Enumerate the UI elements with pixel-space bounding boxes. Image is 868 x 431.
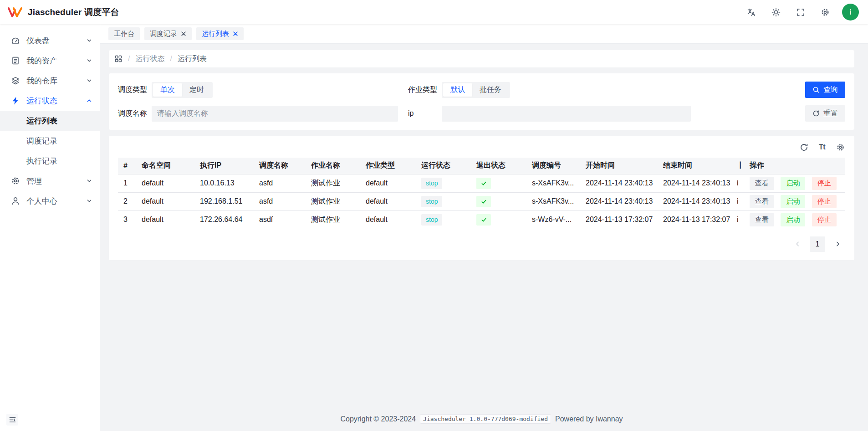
cell-clipped: i [736, 192, 744, 210]
cell-clipped: i [736, 210, 744, 229]
breadcrumb-item-run-status[interactable]: 运行状态 [135, 54, 164, 64]
run-list-table-panel: Tt [109, 136, 854, 260]
cell-actions: 查看 启动 停止 [744, 192, 845, 210]
collapse-sidebar-icon[interactable] [6, 414, 18, 426]
font-size-icon[interactable]: Tt [817, 142, 827, 152]
tab-schedule-records[interactable]: 调度记录 [144, 27, 192, 40]
theme-sun-icon[interactable] [768, 5, 784, 20]
sidebar-item-run-status[interactable]: 运行状态 [0, 91, 100, 111]
close-icon[interactable] [233, 31, 238, 36]
stop-button[interactable]: 停止 [812, 213, 837, 226]
sidebar-item-label: 我的仓库 [26, 76, 57, 86]
col-job-type: 作业类型 [360, 158, 416, 174]
table-row: 2 default 192.168.1.51 asfd 测试作业 default… [118, 192, 845, 210]
radio-option-timed[interactable]: 定时 [182, 83, 211, 97]
page-footer: Copyright © 2023-2024 Jiascheduler 1.0.0… [109, 406, 854, 431]
schedule-type-radio-group: 单次 定时 [152, 82, 213, 98]
table-row: 1 default 10.0.16.13 asfd 测试作业 default s… [118, 174, 845, 192]
cell-exit-status [471, 174, 526, 192]
tab-label: 工作台 [114, 30, 134, 38]
tab-strip: 工作台 调度记录 运行列表 [100, 24, 868, 43]
schedule-type-field: 调度类型 单次 定时 [118, 82, 408, 98]
view-button[interactable]: 查看 [750, 213, 774, 226]
cell-start-time: 2024-11-14 23:40:13 [580, 174, 658, 192]
sidebar-subitem-exec-records[interactable]: 执行记录 [0, 151, 100, 171]
sidebar-item-dashboard[interactable]: 仪表盘 [0, 31, 100, 51]
translate-icon[interactable] [744, 5, 759, 20]
success-check-icon [476, 178, 491, 189]
stop-button[interactable]: 停止 [812, 177, 837, 190]
sidebar-item-label: 个人中心 [26, 196, 57, 206]
sidebar-item-label: 运行状态 [26, 96, 57, 106]
column-settings-gear-icon[interactable] [835, 142, 845, 152]
sidebar-item-label: 仪表盘 [26, 36, 50, 46]
view-button[interactable]: 查看 [750, 195, 774, 208]
table-toolbar: Tt [118, 142, 845, 152]
close-icon[interactable] [181, 31, 186, 36]
cell-start-time: 2024-11-14 23:40:13 [580, 192, 658, 210]
col-actions: 操作 [744, 158, 845, 174]
stop-button[interactable]: 停止 [812, 195, 837, 208]
cell-schedule-name: asdf [254, 210, 306, 229]
schedule-name-label: 调度名称 [118, 109, 152, 118]
run-status-tag: stop [421, 214, 442, 226]
start-button[interactable]: 启动 [781, 195, 805, 208]
col-end-time: 结束时间 [658, 158, 736, 174]
cell-namespace: default [136, 192, 194, 210]
cell-run-status: stop [416, 174, 471, 192]
footer-powered-by: Powered by Iwannay [555, 415, 623, 423]
sidebar-item-my-warehouse[interactable]: 我的仓库 [0, 71, 100, 91]
cell-schedule-id: s-Wz6-vV-... [526, 210, 580, 229]
run-status-tag: stop [421, 178, 442, 189]
refresh-icon[interactable] [799, 142, 809, 152]
radio-option-default[interactable]: 默认 [443, 83, 472, 97]
tab-workbench[interactable]: 工作台 [108, 27, 140, 40]
chevron-down-icon [86, 178, 92, 184]
start-button[interactable]: 启动 [781, 177, 805, 190]
cell-job-name: 测试作业 [306, 174, 360, 192]
table-row: 3 default 172.26.64.64 asdf 测试作业 default… [118, 210, 845, 229]
sidebar-subitem-schedule-records[interactable]: 调度记录 [0, 131, 100, 151]
apps-grid-icon[interactable] [114, 55, 123, 63]
user-avatar[interactable]: i [842, 4, 859, 21]
search-button[interactable]: 查询 [805, 82, 845, 98]
ip-field: ip [408, 106, 795, 122]
chevron-down-icon [86, 198, 92, 204]
tab-run-list[interactable]: 运行列表 [196, 27, 244, 40]
sidebar-item-my-assets[interactable]: 我的资产 [0, 51, 100, 71]
pagination-next-icon[interactable] [830, 236, 845, 252]
cell-end-time: 2024-11-13 17:32:07 [658, 210, 736, 229]
start-button[interactable]: 启动 [781, 213, 805, 226]
header-brand-group: Jiascheduler 调度平台 [7, 6, 119, 18]
cell-clipped: i [736, 174, 744, 192]
cell-job-type: default [360, 192, 416, 210]
pagination-page-1[interactable]: 1 [810, 236, 825, 252]
tab-label: 调度记录 [150, 30, 177, 38]
app-root: Jiascheduler 调度平台 [0, 0, 868, 431]
col-schedule-name: 调度名称 [254, 158, 306, 174]
sidebar-subitem-run-list[interactable]: 运行列表 [0, 111, 100, 131]
cell-run-status: stop [416, 210, 471, 229]
cell-schedule-name: asfd [254, 174, 306, 192]
filter-panel: 调度类型 单次 定时 作业类型 默认 批任务 [109, 73, 854, 130]
ip-input[interactable] [442, 106, 691, 122]
user-icon [11, 196, 20, 205]
view-button[interactable]: 查看 [750, 177, 774, 190]
fullscreen-icon[interactable] [793, 5, 808, 20]
document-icon [11, 56, 20, 65]
run-status-tag: stop [421, 196, 442, 207]
cell-exit-status [471, 210, 526, 229]
schedule-name-input[interactable] [152, 106, 398, 122]
sidebar-item-personal-center[interactable]: 个人中心 [0, 191, 100, 211]
radio-option-once[interactable]: 单次 [153, 83, 182, 97]
settings-gear-icon[interactable] [817, 5, 833, 20]
pagination-prev-icon[interactable] [790, 236, 805, 252]
job-type-label: 作业类型 [408, 85, 442, 95]
reset-button[interactable]: 重置 [805, 105, 845, 122]
layers-icon [11, 76, 20, 85]
footer-copyright: Copyright © 2023-2024 [340, 415, 416, 423]
radio-option-batch[interactable]: 批任务 [472, 83, 509, 97]
sidebar-item-management[interactable]: 管理 [0, 171, 100, 191]
main-area: 工作台 调度记录 运行列表 [100, 24, 868, 431]
cell-actions: 查看 启动 停止 [744, 210, 845, 229]
